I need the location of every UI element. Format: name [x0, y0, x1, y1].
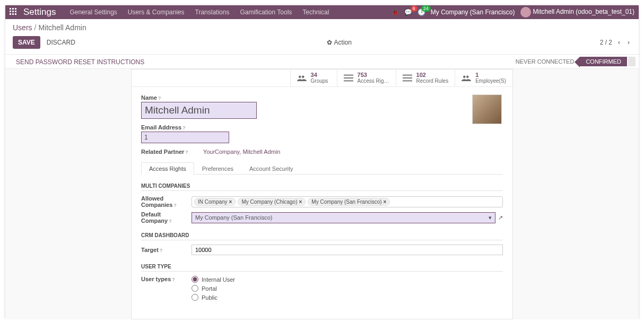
- activities-badge: 24: [421, 5, 431, 12]
- help-icon[interactable]: ?: [158, 95, 161, 101]
- svg-rect-2: [344, 75, 353, 76]
- user-name: Mitchell Admin (odoo_beta_test_01): [533, 8, 634, 15]
- pager-count: 2 / 2: [600, 39, 612, 46]
- people-icon: [462, 74, 471, 82]
- svg-rect-5: [403, 75, 412, 76]
- section-multi-companies: MULTI COMPANIES: [141, 183, 503, 191]
- list-icon: [344, 74, 353, 82]
- tab-preferences[interactable]: Preferences: [194, 162, 241, 175]
- tab-access-rights[interactable]: Access Rights: [141, 162, 194, 175]
- radio-internal-user[interactable]: [192, 276, 198, 283]
- activities-icon[interactable]: 🕓24: [417, 8, 425, 16]
- stat-label: Record Rules: [416, 78, 449, 84]
- messaging-icon[interactable]: 💬6: [404, 8, 412, 16]
- svg-rect-3: [344, 77, 353, 79]
- radio-label: Public: [202, 294, 217, 301]
- svg-rect-6: [403, 77, 412, 79]
- breadcrumb-root[interactable]: Users: [13, 23, 32, 32]
- save-button[interactable]: SAVE: [13, 36, 40, 49]
- status-never-connected[interactable]: NEVER CONNECTED: [510, 57, 580, 66]
- external-link-icon[interactable]: ↗: [498, 214, 503, 221]
- pager-next[interactable]: ›: [626, 38, 631, 47]
- allowed-companies-field[interactable]: IN Company× My Company (Chicago)× My Com…: [192, 196, 503, 207]
- debug-icon[interactable]: 🐞: [391, 8, 399, 16]
- people-icon: [297, 74, 307, 82]
- default-company-select[interactable]: My Company (San Francisco)▾: [192, 212, 495, 223]
- stat-employees[interactable]: 1Employee(S): [455, 69, 512, 86]
- default-company-label: Default Company?: [141, 211, 192, 224]
- chat-badge: 6: [411, 5, 417, 12]
- help-icon[interactable]: ?: [173, 203, 177, 208]
- breadcrumb-sep: /: [34, 23, 37, 32]
- help-icon[interactable]: ?: [182, 125, 186, 130]
- radio-label: Internal User: [202, 276, 235, 283]
- radio-public[interactable]: [192, 294, 198, 301]
- stat-groups[interactable]: 34Groups: [290, 69, 337, 86]
- user-photo[interactable]: [472, 94, 502, 124]
- stat-access-rights[interactable]: 753Access Rig…: [337, 69, 396, 86]
- tab-account-security[interactable]: Account Security: [241, 162, 301, 175]
- help-icon[interactable]: ?: [172, 277, 175, 282]
- stat-value: 102: [416, 72, 449, 78]
- company-tag: My Company (Chicago)×: [238, 198, 306, 206]
- stat-value: 753: [358, 72, 389, 78]
- name-label: Name?: [141, 94, 503, 101]
- company-tag: My Company (San Francisco)×: [308, 198, 390, 206]
- section-user-type: USER TYPE: [141, 264, 503, 272]
- stat-label: Groups: [311, 78, 328, 84]
- stat-value: 34: [311, 72, 328, 78]
- avatar-icon: [520, 7, 531, 18]
- breadcrumb-current: Mitchell Admin: [38, 23, 86, 32]
- send-password-reset-button[interactable]: SEND PASSWORD RESET INSTRUCTIONS: [16, 58, 144, 66]
- company-switcher[interactable]: My Company (San Francisco): [431, 8, 515, 16]
- partner-link[interactable]: YourCompany, Mitchell Admin: [203, 149, 281, 155]
- discard-button[interactable]: DISCARD: [43, 36, 79, 49]
- name-input[interactable]: [141, 102, 257, 119]
- svg-point-9: [466, 76, 469, 79]
- stat-record-rules[interactable]: 102Record Rules: [396, 69, 455, 86]
- action-dropdown[interactable]: ✿Action: [327, 39, 352, 46]
- help-icon[interactable]: ?: [169, 219, 172, 224]
- tag-remove-icon[interactable]: ×: [299, 199, 302, 205]
- apps-launcher-icon[interactable]: [10, 8, 18, 16]
- stat-value: 1: [475, 72, 506, 78]
- scrollbar-thumb[interactable]: [628, 57, 636, 66]
- email-input[interactable]: [141, 132, 229, 143]
- stat-label: Access Rig…: [358, 78, 389, 84]
- svg-point-1: [302, 76, 304, 79]
- menu-general-settings[interactable]: General Settings: [65, 6, 121, 18]
- stat-label: Employee(S): [475, 78, 506, 84]
- menu-gamification[interactable]: Gamification Tools: [236, 6, 296, 18]
- svg-point-8: [463, 76, 466, 79]
- radio-label: Portal: [202, 285, 217, 292]
- chevron-down-icon: ▾: [489, 214, 492, 221]
- company-tag: IN Company×: [194, 198, 236, 206]
- tag-remove-icon[interactable]: ×: [384, 199, 387, 205]
- svg-rect-7: [403, 81, 412, 82]
- user-menu[interactable]: Mitchell Admin (odoo_beta_test_01): [520, 7, 634, 18]
- target-label: Target?: [141, 247, 192, 253]
- svg-point-0: [299, 76, 301, 79]
- partner-label: Related Partner?: [141, 149, 188, 155]
- allowed-companies-label: Allowed Companies?: [141, 195, 192, 208]
- email-label: Email Address?: [141, 124, 503, 130]
- menu-translations[interactable]: Translations: [191, 6, 234, 18]
- svg-rect-4: [344, 81, 353, 82]
- app-brand[interactable]: Settings: [23, 7, 56, 18]
- list-icon: [403, 74, 412, 82]
- help-icon[interactable]: ?: [185, 150, 188, 155]
- section-crm-dashboard: CRM DASHBOARD: [141, 232, 503, 240]
- target-input[interactable]: [192, 245, 503, 255]
- status-confirmed[interactable]: CONFIRMED: [580, 57, 627, 66]
- menu-technical[interactable]: Technical: [298, 6, 333, 18]
- help-icon[interactable]: ?: [160, 248, 163, 253]
- radio-portal[interactable]: [192, 285, 198, 292]
- user-types-label: User types?: [141, 276, 192, 282]
- menu-users-companies[interactable]: Users & Companies: [124, 6, 189, 18]
- pager-prev[interactable]: ‹: [616, 38, 622, 47]
- tag-remove-icon[interactable]: ×: [229, 199, 232, 205]
- gear-icon: ✿: [327, 39, 332, 46]
